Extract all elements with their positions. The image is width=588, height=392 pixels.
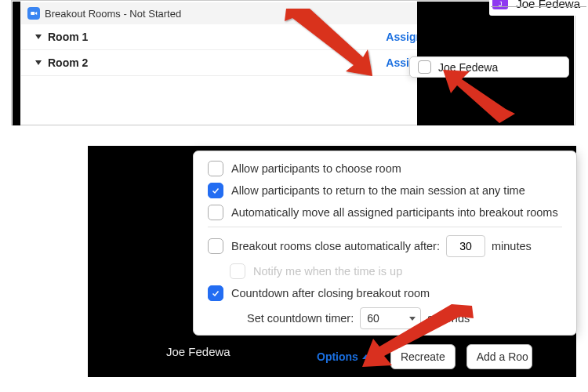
chevron-down-icon (35, 34, 42, 39)
checkbox[interactable] (208, 161, 223, 176)
chevron-down-icon (409, 317, 416, 321)
participant-badge-name: Joe Fedewa (516, 0, 580, 10)
participant-name: Joe Fedewa (438, 61, 498, 74)
option-return-main[interactable]: Allow participants to return to the main… (208, 183, 562, 198)
participant-checkbox[interactable] (418, 60, 431, 74)
add-room-button[interactable]: Add a Roo (466, 344, 532, 369)
chevron-up-icon (362, 354, 370, 359)
zoom-icon (27, 7, 40, 20)
footer-buttons: Options Recreate Add a Roo (307, 344, 532, 369)
countdown-timer-row: Set countdown timer: 60 seconds (247, 307, 562, 329)
checkbox[interactable] (208, 205, 223, 220)
option-notify-time: Notify me when the time is up (230, 263, 562, 279)
checkbox-checked[interactable] (208, 285, 223, 301)
window-title: Breakout Rooms - Not Started (45, 8, 181, 20)
option-label: Allow participants to choose room (231, 162, 401, 175)
options-button-label: Options (317, 350, 358, 363)
countdown-suffix: seconds (427, 312, 470, 325)
room-name: Room 1 (48, 31, 386, 43)
option-label: Automatically move all assigned particip… (231, 206, 558, 219)
assign-participant-popup: Joe Fedewa (409, 56, 569, 78)
recreate-button-label: Recreate (401, 350, 445, 363)
avatar-initial: J (492, 0, 508, 9)
option-countdown[interactable]: Countdown after closing breakout room (208, 285, 562, 301)
option-auto-move[interactable]: Automatically move all assigned particip… (208, 205, 562, 220)
options-button[interactable]: Options (307, 345, 379, 368)
option-label: Notify me when the time is up (253, 265, 402, 278)
current-user-name: Joe Fedewa (166, 345, 230, 358)
options-panel: Allow participants to choose room Allow … (88, 146, 576, 377)
countdown-label: Set countdown timer: (247, 312, 354, 325)
option-auto-close[interactable]: Breakout rooms close automatically after… (208, 235, 562, 257)
window-titlebar: Breakout Rooms - Not Started ✕ (21, 2, 437, 24)
option-choose-room[interactable]: Allow participants to choose room (208, 161, 562, 176)
minutes-input[interactable] (446, 235, 485, 257)
divider (208, 227, 562, 227)
checkbox[interactable] (208, 238, 223, 254)
breakout-rooms-panel: Breakout Rooms - Not Started ✕ Room 1 As… (11, 0, 575, 125)
svg-rect-0 (31, 12, 34, 15)
room-row-2[interactable]: Room 2 Assign (21, 50, 437, 76)
recreate-button[interactable]: Recreate (390, 344, 456, 369)
option-label: Breakout rooms close automatically after… (231, 240, 440, 252)
room-name: Room 2 (48, 56, 386, 69)
participant-badge: J Joe Fedewa (489, 0, 588, 16)
options-popover: Allow participants to choose room Allow … (193, 151, 577, 336)
chevron-down-icon (35, 60, 42, 65)
minutes-suffix: minutes (492, 240, 532, 252)
room-row-1[interactable]: Room 1 Assign (21, 24, 437, 50)
option-label: Countdown after closing breakout room (231, 287, 430, 299)
option-label: Allow participants to return to the main… (231, 184, 525, 197)
add-room-button-label: Add a Roo (477, 350, 528, 363)
strikethrough (491, 6, 586, 7)
dark-strip-left (13, 2, 20, 125)
countdown-value: 60 (367, 312, 379, 325)
countdown-select[interactable]: 60 (360, 307, 421, 329)
breakout-rooms-window: Breakout Rooms - Not Started ✕ Room 1 As… (21, 2, 437, 124)
checkbox-disabled (230, 263, 245, 279)
checkbox-checked[interactable] (208, 183, 223, 198)
